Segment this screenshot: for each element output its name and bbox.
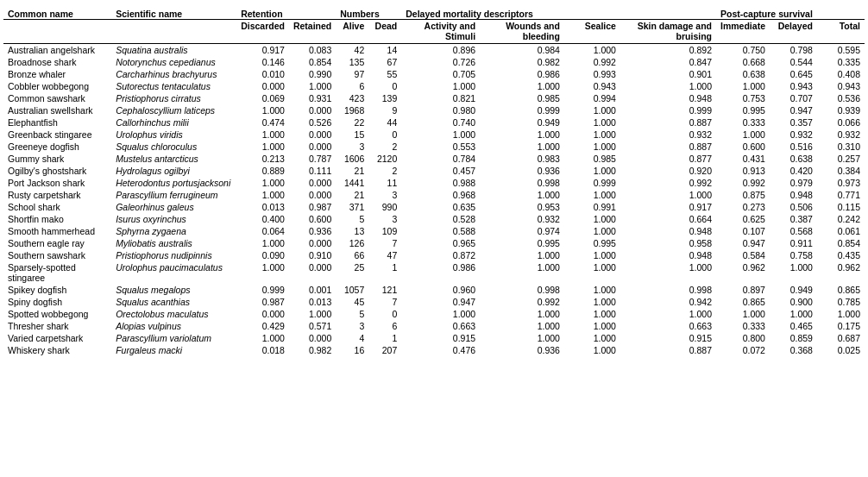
cell-delayed: 0.932	[770, 129, 817, 141]
cell-scientific-name: Carcharhinus brachyurus	[111, 68, 236, 80]
cell-total: 0.408	[817, 68, 865, 80]
cell-common-name: Spiny dogfish	[3, 296, 111, 308]
header-blank-sci	[111, 20, 236, 44]
cell-scientific-name: Mustelus antarcticus	[111, 153, 236, 165]
cell-delayed: 0.707	[770, 92, 817, 104]
cell-scientific-name: Parascyllium ferrugineum	[111, 189, 236, 201]
cell-immediate: 0.333	[716, 116, 770, 129]
cell-sealice: 1.000	[564, 249, 620, 261]
cell-activity: 0.553	[401, 141, 480, 153]
table-row: Bronze whalerCarcharhinus brachyurus0.01…	[3, 68, 865, 80]
cell-delayed: 0.544	[770, 56, 817, 68]
cell-total: 0.242	[817, 213, 865, 225]
cell-delayed: 0.645	[770, 68, 817, 80]
table-row: Southern eagle rayMyliobatis australis1.…	[3, 237, 865, 249]
cell-total: 0.865	[817, 284, 865, 296]
cell-alive: 25	[336, 261, 368, 284]
cell-scientific-name: Furgaleus macki	[111, 344, 236, 356]
cell-skin: 0.847	[620, 56, 716, 68]
cell-immediate: 1.000	[716, 80, 770, 92]
cell-alive: 4	[336, 332, 368, 344]
cell-retained: 0.083	[289, 44, 336, 57]
cell-alive: 97	[336, 68, 368, 80]
cell-retained: 0.526	[289, 116, 336, 129]
cell-total: 0.962	[817, 261, 865, 284]
table-row: Spotted wobbegongOrectolobus maculatus0.…	[3, 308, 865, 320]
cell-sealice: 1.000	[564, 141, 620, 153]
cell-skin: 0.942	[620, 296, 716, 308]
cell-wounds: 0.949	[480, 116, 564, 129]
cell-dead: 67	[368, 56, 401, 68]
cell-common-name: Shortfin mako	[3, 213, 111, 225]
table-row: Varied carpetsharkParascyllium variolatu…	[3, 332, 865, 344]
cell-immediate: 0.273	[716, 201, 770, 213]
cell-retained: 0.000	[289, 177, 336, 189]
cell-activity: 0.784	[401, 153, 480, 165]
cell-sealice: 1.000	[564, 129, 620, 141]
cell-alive: 1441	[336, 177, 368, 189]
cell-skin: 1.000	[620, 189, 716, 201]
cell-sealice: 1.000	[564, 296, 620, 308]
cell-discarded: 0.474	[236, 116, 289, 129]
cell-delayed: 0.758	[770, 249, 817, 261]
cell-retained: 0.931	[289, 92, 336, 104]
table-row: Sparsely-spotted stingareeUrolophus pauc…	[3, 261, 865, 284]
table-row: ElephantfishCallorhinchus milii0.4740.52…	[3, 116, 865, 129]
header-discarded: Discarded	[236, 20, 289, 44]
cell-wounds: 0.998	[480, 177, 564, 189]
cell-alive: 66	[336, 249, 368, 261]
header-subcolumn-row: Discarded Retained Alive Dead Activity a…	[3, 20, 865, 44]
cell-sealice: 0.994	[564, 92, 620, 104]
cell-wounds: 1.000	[480, 141, 564, 153]
cell-common-name: Rusty carpetshark	[3, 189, 111, 201]
cell-wounds: 0.986	[480, 68, 564, 80]
cell-delayed: 0.979	[770, 177, 817, 189]
cell-delayed: 0.949	[770, 284, 817, 296]
table-row: Greeneye dogfishSqualus chloroculus1.000…	[3, 141, 865, 153]
cell-alive: 423	[336, 92, 368, 104]
cell-total: 0.687	[817, 332, 865, 344]
cell-common-name: Common sawshark	[3, 92, 111, 104]
cell-immediate: 0.875	[716, 189, 770, 201]
cell-dead: 3	[368, 189, 401, 201]
table-row: Rusty carpetsharkParascyllium ferrugineu…	[3, 189, 865, 201]
table-body: Australian angelsharkSquatina australis0…	[3, 44, 865, 357]
cell-wounds: 0.985	[480, 92, 564, 104]
cell-sealice: 0.985	[564, 153, 620, 165]
cell-discarded: 0.013	[236, 201, 289, 213]
cell-delayed: 0.387	[770, 213, 817, 225]
cell-sealice: 1.000	[564, 284, 620, 296]
cell-skin: 1.000	[620, 80, 716, 92]
header-skin-damage: Skin damage and bruising	[620, 20, 716, 44]
cell-alive: 371	[336, 201, 368, 213]
cell-common-name: Southern sawshark	[3, 249, 111, 261]
cell-immediate: 0.584	[716, 249, 770, 261]
cell-scientific-name: Squalus megalops	[111, 284, 236, 296]
cell-skin: 0.932	[620, 129, 716, 141]
cell-discarded: 0.987	[236, 296, 289, 308]
cell-delayed: 0.506	[770, 201, 817, 213]
cell-total: 0.310	[817, 141, 865, 153]
cell-dead: 1	[368, 261, 401, 284]
cell-sealice: 1.000	[564, 332, 620, 344]
cell-retained: 1.000	[289, 308, 336, 320]
cell-skin: 0.998	[620, 284, 716, 296]
cell-delayed: 0.465	[770, 320, 817, 332]
cell-total: 0.771	[817, 189, 865, 201]
cell-delayed: 1.000	[770, 308, 817, 320]
header-scientific-name: Scientific name	[111, 7, 236, 20]
cell-wounds: 0.995	[480, 237, 564, 249]
cell-wounds: 1.000	[480, 249, 564, 261]
cell-discarded: 0.090	[236, 249, 289, 261]
cell-alive: 42	[336, 44, 368, 57]
cell-common-name: Greenback stingaree	[3, 129, 111, 141]
table-row: Ogilby's ghostsharkHydrolagus ogilbyi0.8…	[3, 165, 865, 177]
cell-immediate: 0.600	[716, 141, 770, 153]
cell-dead: 9	[368, 104, 401, 116]
cell-alive: 13	[336, 225, 368, 237]
table-row: Whiskery sharkFurgaleus macki0.0180.9821…	[3, 344, 865, 356]
cell-sealice: 0.995	[564, 237, 620, 249]
cell-alive: 5	[336, 308, 368, 320]
table-row: Southern sawsharkPristiophorus nudipinni…	[3, 249, 865, 261]
cell-common-name: Gummy shark	[3, 153, 111, 165]
